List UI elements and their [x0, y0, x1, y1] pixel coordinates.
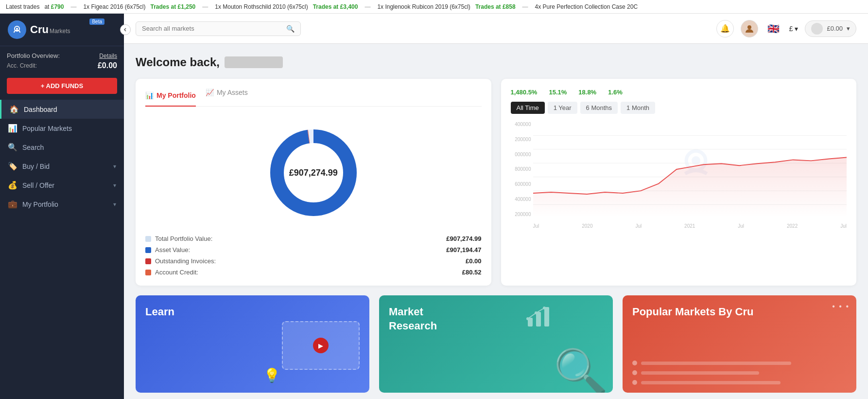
timeframe-6months[interactable]: 6 Months — [580, 102, 618, 114]
tab-my-portfolio[interactable]: 📊 My Portfolio — [145, 89, 196, 107]
currency-selector[interactable]: £ ▾ — [789, 25, 799, 33]
popular-list-decoration — [632, 361, 847, 385]
acc-credit-value: £0.00 — [98, 61, 117, 70]
cru-logo-icon — [8, 20, 26, 39]
portfolio-overview-section: Portfolio Overview: Details Acc. Credit:… — [0, 46, 124, 78]
ticker-label: Latest trades — [6, 3, 39, 10]
tab-my-assets[interactable]: 📈 My Assets — [206, 89, 248, 100]
timeframe-1month[interactable]: 1 Month — [621, 102, 655, 114]
portfolio-overview-label: Portfolio Overview: — [7, 52, 60, 59]
buy-bid-icon: 🏷️ — [8, 162, 17, 171]
header-icons: 🔔 🇬🇧 £ ▾ £0.00 ▾ — [716, 20, 856, 37]
stat-all-time: 1,480.5% — [511, 89, 538, 96]
sidebar-item-label: Dashboard — [24, 106, 116, 113]
sidebar-item-sell-offer[interactable]: 💰 Sell / Offer ▾ — [0, 176, 124, 195]
sidebar-item-label: My Portfolio — [22, 200, 113, 208]
portfolio-card: 📊 My Portfolio 📈 My Assets — [136, 79, 491, 286]
chevron-down-icon: ▾ — [113, 182, 116, 189]
account-value: £0.00 — [827, 25, 843, 32]
account-button[interactable]: £0.00 ▾ — [805, 20, 856, 37]
timeframe-all-time[interactable]: All Time — [511, 102, 545, 114]
sell-offer-icon: 💰 — [8, 181, 17, 190]
learn-card[interactable]: Learn ▶ 💡 — [136, 295, 369, 393]
legend-dot-asset — [145, 247, 151, 253]
sidebar-item-buy-bid[interactable]: 🏷️ Buy / Bid ▾ — [0, 157, 124, 176]
play-button: ▶ — [313, 338, 329, 353]
dashboard-grid: 📊 My Portfolio 📈 My Assets — [136, 79, 856, 286]
logo-text: Cru — [30, 23, 49, 36]
legend-item-total: Total Portfolio Value: £907,274.99 — [145, 235, 482, 242]
donut-chart-container: £907,274.99 — [145, 114, 482, 231]
bulb-icon: 💡 — [263, 367, 280, 383]
username-blur — [225, 56, 283, 68]
research-card-title: MarketResearch — [389, 305, 603, 333]
timeframe-1year[interactable]: 1 Year — [548, 102, 577, 114]
ticker-bar: Latest trades at £790 — 1x Figeac 2016 (… — [0, 0, 868, 14]
chart-stats: 1,480.5% 15.1% 18.8% 1.6% — [511, 89, 847, 96]
search-icon: 🔍 — [286, 25, 295, 33]
sidebar-collapse-button[interactable] — [120, 24, 131, 35]
chevron-down-icon: ▾ — [113, 163, 116, 170]
logo-markets: Markets — [50, 28, 70, 35]
svg-point-1 — [16, 28, 18, 30]
currency-symbol: £ — [789, 25, 793, 33]
stat-6months: 18.8% — [578, 89, 596, 96]
chevron-down-icon: ▾ — [113, 201, 116, 208]
research-card[interactable]: MarketResearch 🔍 — [379, 295, 613, 393]
language-flag[interactable]: 🇬🇧 — [765, 20, 782, 37]
sidebar-logo: Cru Markets Beta — [0, 14, 124, 46]
assets-icon: 📈 — [206, 89, 214, 96]
dashboard-icon: 🏠 — [9, 105, 19, 114]
sidebar-item-search[interactable]: 🔍 Search — [0, 138, 124, 157]
ticker-content: Latest trades at £790 — 1x Figeac 2016 (… — [0, 3, 643, 10]
chart-card: 1,480.5% 15.1% 18.8% 1.6% All Time 1 Yea… — [501, 79, 857, 286]
header: 🔍 🔔 🇬🇧 £ ▾ — [124, 14, 868, 44]
nav-items: 🏠 Dashboard 📊 Popular Markets 🔍 Search 🏷… — [0, 100, 124, 399]
research-card-content: MarketResearch — [379, 295, 613, 343]
sidebar-item-label: Popular Markets — [22, 125, 116, 132]
bar-chart-icon: 📊 — [145, 91, 154, 99]
chart-area: 400000 200000 000000 800000 600000 40000… — [511, 122, 847, 229]
sidebar-item-label: Buy / Bid — [22, 163, 113, 170]
sidebar-item-my-portfolio[interactable]: 💼 My Portfolio ▾ — [0, 195, 124, 214]
learn-card-title: Learn — [145, 305, 360, 319]
chart-x-labels: Jul 2020 Jul 2021 Jul 2022 Jul — [533, 223, 847, 229]
popular-markets-card[interactable]: Popular Markets By Cru • • • — [623, 295, 856, 393]
add-funds-button[interactable]: + ADD FUNDS — [7, 78, 117, 94]
sidebar: Cru Markets Beta Portfolio Overview: Det… — [0, 14, 124, 399]
my-portfolio-icon: 💼 — [8, 200, 17, 209]
bottom-cards-grid: Learn ▶ 💡 MarketResearch — [136, 295, 856, 393]
popular-card-content: Popular Markets By Cru — [623, 295, 856, 329]
chart-y-labels: 400000 200000 000000 800000 600000 40000… — [511, 122, 533, 217]
welcome-heading: Welcome back, — [136, 55, 856, 69]
legend-item-credit: Account Credit: £80.52 — [145, 269, 482, 276]
search-icon: 🔍 — [8, 143, 17, 152]
donut-center-value: £907,274.99 — [289, 168, 338, 178]
popular-card-title: Popular Markets By Cru — [632, 305, 847, 319]
page-content: Welcome back, 📊 My Portfolio 📈 My Assets — [124, 44, 868, 399]
stat-1month: 1.6% — [608, 89, 623, 96]
search-input[interactable] — [142, 25, 286, 32]
portfolio-legend: Total Portfolio Value: £907,274.99 Asset… — [145, 235, 482, 276]
stat-1year: 15.1% — [549, 89, 567, 96]
svg-point-2 — [747, 25, 751, 29]
chevron-down-icon: ▾ — [847, 25, 850, 32]
search-box[interactable]: 🔍 — [136, 21, 301, 36]
legend-item-asset: Asset Value: £907,194.47 — [145, 246, 482, 254]
research-decoration: 🔍 — [554, 346, 608, 393]
main-content: 🔍 🔔 🇬🇧 £ ▾ — [124, 14, 868, 399]
acc-credit-label: Acc. Credit: — [7, 62, 37, 69]
legend-dot-credit — [145, 270, 151, 275]
account-avatar — [811, 23, 823, 35]
chevron-down-icon: ▾ — [795, 25, 798, 33]
portfolio-details-link[interactable]: Details — [99, 53, 117, 59]
donut-wrapper: £907,274.99 — [265, 124, 362, 221]
notifications-button[interactable]: 🔔 — [716, 20, 734, 37]
beta-badge: Beta — [89, 18, 104, 25]
chart-timeframe-buttons: All Time 1 Year 6 Months 1 Month — [511, 102, 847, 114]
legend-dot-invoices — [145, 258, 151, 264]
popular-markets-icon: 📊 — [8, 124, 17, 133]
sidebar-item-dashboard[interactable]: 🏠 Dashboard — [0, 100, 124, 119]
sidebar-item-popular-markets[interactable]: 📊 Popular Markets — [0, 119, 124, 138]
profile-avatar[interactable] — [741, 20, 758, 37]
